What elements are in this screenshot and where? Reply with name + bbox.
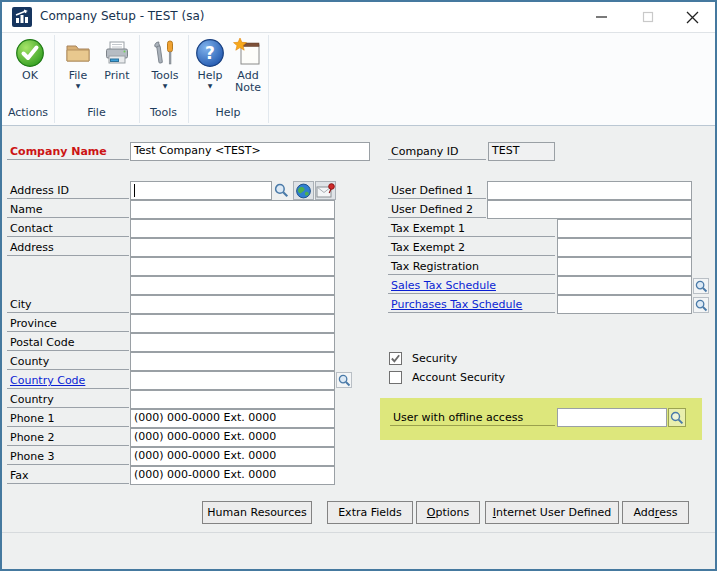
fax-input[interactable]: (000) 000-0000 Ext. 0000	[130, 466, 335, 485]
offline-access-label: User with offline access	[390, 409, 555, 426]
svg-text:?: ?	[205, 43, 215, 63]
fax-label: Fax	[7, 467, 129, 484]
internet-user-defined-button[interactable]: Internet User Defined	[485, 501, 619, 524]
offline-access-input[interactable]	[557, 408, 667, 427]
user-defined-1-label: User Defined 1	[388, 182, 486, 199]
contact-label: Contact	[7, 220, 129, 237]
print-button[interactable]: Print	[98, 38, 136, 82]
ok-label: OK	[22, 70, 38, 82]
ok-button[interactable]: OK	[11, 38, 49, 82]
tools-icon	[150, 38, 180, 68]
map-letter-button[interactable]	[315, 181, 336, 200]
chevron-down-icon: ▼	[76, 83, 81, 89]
country-label: Country	[7, 391, 129, 408]
tax-exempt-1-label: Tax Exempt 1	[388, 220, 555, 237]
tax-exempt-1-input[interactable]	[557, 219, 692, 238]
tax-exempt-2-label: Tax Exempt 2	[388, 239, 555, 256]
county-label: County	[7, 353, 129, 370]
maximize-button[interactable]	[632, 6, 664, 28]
address-input-2[interactable]	[130, 257, 335, 276]
country-code-link[interactable]: Country Code	[10, 374, 85, 387]
printer-icon	[102, 38, 132, 68]
globe-icon	[295, 183, 312, 199]
contact-input[interactable]	[130, 219, 335, 238]
company-id-label: Company ID	[388, 143, 486, 160]
file-label: File	[69, 70, 87, 82]
extra-fields-button[interactable]: Extra Fields	[327, 501, 413, 524]
tax-registration-input[interactable]	[557, 257, 692, 276]
city-input[interactable]	[130, 295, 335, 314]
lookup-magnifier-icon	[670, 411, 684, 425]
chevron-down-icon: ▼	[208, 83, 213, 89]
name-input[interactable]	[130, 200, 335, 219]
sales-tax-lookup-button[interactable]	[693, 278, 709, 294]
title-bar: Company Setup - TEST (sa)	[2, 2, 715, 33]
purchases-tax-schedule-input[interactable]	[557, 295, 692, 314]
minimize-button[interactable]	[586, 6, 618, 28]
purchases-tax-schedule-link[interactable]: Purchases Tax Schedule	[391, 298, 522, 311]
add-note-icon	[233, 38, 263, 68]
lookup-magnifier-icon	[695, 280, 708, 293]
address-id-lookup-button[interactable]	[271, 181, 292, 200]
folder-icon	[63, 38, 93, 68]
company-id-value: TEST	[488, 142, 555, 161]
ribbon-group-file: File	[54, 106, 139, 119]
maximize-icon	[642, 11, 654, 23]
tax-registration-label: Tax Registration	[388, 258, 555, 275]
county-input[interactable]	[130, 352, 335, 371]
chevron-down-icon: ▼	[163, 83, 168, 89]
country-code-label: Country Code	[7, 372, 129, 389]
postal-code-label: Postal Code	[7, 334, 129, 351]
user-defined-2-input[interactable]	[487, 200, 692, 219]
purchases-tax-lookup-button[interactable]	[693, 297, 709, 313]
help-label: Help	[197, 70, 222, 82]
account-security-checkbox[interactable]	[389, 371, 402, 384]
lookup-magnifier-icon	[338, 374, 351, 387]
address-id-label: Address ID	[7, 182, 129, 199]
country-code-lookup-button[interactable]	[336, 372, 352, 388]
sales-tax-schedule-label: Sales Tax Schedule	[388, 277, 555, 294]
offline-access-lookup-button[interactable]	[668, 408, 686, 427]
company-name-input[interactable]: Test Company <TEST>	[130, 142, 370, 161]
address-button[interactable]: Address	[622, 501, 689, 524]
province-input[interactable]	[130, 314, 335, 333]
tax-exempt-2-input[interactable]	[557, 238, 692, 257]
sales-tax-schedule-link[interactable]: Sales Tax Schedule	[391, 279, 496, 292]
internet-information-button[interactable]	[293, 181, 314, 200]
country-code-input[interactable]	[130, 371, 335, 390]
ok-check-icon	[15, 38, 45, 68]
account-security-label: Account Security	[412, 371, 505, 385]
lookup-magnifier-icon	[274, 183, 289, 198]
ribbon-group-actions: Actions	[2, 106, 54, 119]
phone2-input[interactable]: (000) 000-0000 Ext. 0000	[130, 428, 335, 447]
company-setup-window: Company Setup - TEST (sa) OK	[0, 0, 717, 571]
address-input-3[interactable]	[130, 276, 335, 295]
window-title: Company Setup - TEST (sa)	[40, 9, 204, 23]
file-menu-button[interactable]: File ▼	[60, 38, 96, 89]
user-defined-2-label: User Defined 2	[388, 201, 486, 218]
offline-access-highlight-panel: User with offline access	[380, 398, 702, 440]
tools-label: Tools	[151, 70, 178, 82]
security-checkbox[interactable]	[389, 352, 402, 365]
phone3-input[interactable]: (000) 000-0000 Ext. 0000	[130, 447, 335, 466]
options-button[interactable]: Options	[416, 501, 480, 524]
human-resources-button[interactable]: Human Resources	[202, 501, 312, 524]
help-menu-button[interactable]: ? Help ▼	[193, 38, 227, 89]
minimize-icon	[596, 11, 608, 23]
ribbon-toolbar: OK File ▼ Print	[2, 33, 715, 126]
add-note-button[interactable]: AddNote	[228, 38, 268, 94]
close-button[interactable]	[676, 6, 708, 28]
footer-divider	[2, 532, 715, 533]
country-input[interactable]	[130, 390, 335, 409]
phone1-input[interactable]: (000) 000-0000 Ext. 0000	[130, 409, 335, 428]
user-defined-1-input[interactable]	[487, 181, 692, 200]
name-label: Name	[7, 201, 129, 218]
city-label: City	[7, 296, 129, 313]
tools-menu-button[interactable]: Tools ▼	[146, 38, 184, 89]
address-input-1[interactable]	[130, 238, 335, 257]
lookup-magnifier-icon	[695, 299, 708, 312]
postal-code-input[interactable]	[130, 333, 335, 352]
sales-tax-schedule-input[interactable]	[557, 276, 692, 295]
address-id-input[interactable]	[130, 181, 272, 200]
ribbon-separator	[268, 35, 269, 123]
